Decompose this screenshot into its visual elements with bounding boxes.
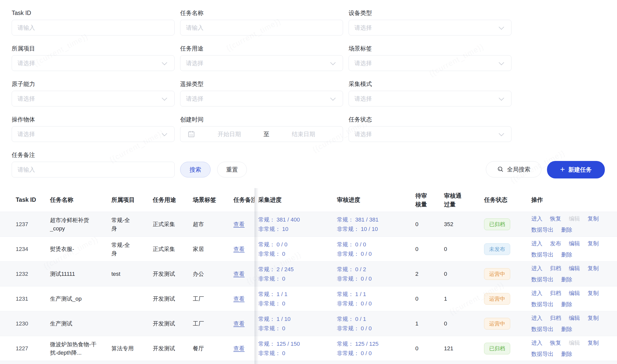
task-name-input[interactable] bbox=[180, 20, 343, 35]
teleop-select[interactable]: 请选择 bbox=[180, 91, 343, 106]
cell-pending-count: 0 bbox=[412, 212, 440, 236]
cell-project: 常规-全身 bbox=[111, 212, 153, 236]
global-search-button[interactable]: 全局搜索 bbox=[486, 161, 541, 177]
view-note-link[interactable]: 查看 bbox=[233, 270, 254, 278]
cell-scene: 超市 bbox=[193, 212, 233, 236]
col-header-passed: 审核通过量 bbox=[440, 188, 476, 212]
action-delete[interactable]: 删除 bbox=[561, 301, 572, 308]
cell-passed-count: 352 bbox=[440, 212, 476, 236]
col-header-collect: 采集进度 bbox=[254, 188, 333, 212]
cell-purpose: 开发测试 bbox=[153, 286, 193, 311]
action-delete[interactable]: 删除 bbox=[561, 251, 572, 259]
action-export[interactable]: 数据导出 bbox=[531, 226, 554, 234]
action-export[interactable]: 数据导出 bbox=[531, 301, 554, 308]
action-copy[interactable]: 复制 bbox=[588, 339, 599, 347]
filter-row-1: Task ID 任务名称 设备类型 请选择 bbox=[12, 10, 605, 35]
filter-label: 任务备注 bbox=[12, 152, 175, 158]
action-copy[interactable]: 复制 bbox=[588, 289, 599, 297]
action-edit[interactable]: 编辑 bbox=[569, 314, 580, 322]
view-note-link[interactable]: 查看 bbox=[233, 221, 254, 228]
action-edit[interactable]: 编辑 bbox=[569, 240, 580, 247]
cell-task-id: 1237 bbox=[16, 212, 50, 236]
project-select[interactable]: 请选择 bbox=[12, 55, 175, 71]
task-status-select[interactable]: 请选择 bbox=[349, 126, 511, 142]
table-header-row: Task ID 任务名称 所属项目 任务用途 场景标签 任务备注 采集进度 审核… bbox=[0, 188, 617, 212]
action-delete[interactable]: 删除 bbox=[561, 350, 572, 358]
cell-scene: 工厂 bbox=[193, 286, 233, 311]
action-delete[interactable]: 删除 bbox=[561, 276, 572, 283]
action-copy[interactable]: 复制 bbox=[588, 240, 599, 247]
task-management-page: {{current_time}}{{current_time}}{{curren… bbox=[0, 0, 617, 364]
cell-collect-progress: 常规： 381 / 400非常规： 10 bbox=[254, 212, 333, 236]
object-select[interactable]: 请选择 bbox=[12, 126, 175, 142]
table-row-partial bbox=[0, 361, 617, 364]
collect-mode-select[interactable]: 请选择 bbox=[349, 91, 511, 106]
status-badge: 已归档 bbox=[484, 219, 510, 230]
search-button[interactable]: 搜索 bbox=[180, 162, 211, 177]
filter-row-2: 所属项目 请选择 任务用途 请选择 场景标签 请选择 bbox=[12, 45, 605, 71]
action-enter[interactable]: 进入 bbox=[531, 265, 542, 272]
action-enter[interactable]: 进入 bbox=[531, 314, 542, 322]
cell-name: 微波炉加热食物-干扰-depth降... bbox=[50, 336, 111, 361]
cell-collect-progress: 常规： 1 / 10非常规： 0 bbox=[254, 311, 333, 336]
action-edit[interactable]: 编辑 bbox=[569, 215, 580, 223]
action-publish[interactable]: 发布 bbox=[550, 240, 561, 247]
date-range-picker[interactable]: 开始日期 至 结束日期 bbox=[180, 126, 343, 142]
scene-tag-select[interactable]: 请选择 bbox=[349, 55, 511, 71]
action-edit[interactable]: 编辑 bbox=[569, 265, 580, 272]
action-export[interactable]: 数据导出 bbox=[531, 325, 554, 333]
cell-actions: 进入 归档 编辑 复制 数据导出 删除 bbox=[527, 311, 613, 336]
cell-status: 运营中 bbox=[476, 311, 527, 336]
view-note-link[interactable]: 查看 bbox=[233, 295, 254, 303]
view-note-link[interactable]: 查看 bbox=[233, 345, 254, 352]
filter-label: 任务名称 bbox=[180, 10, 343, 16]
view-note-link[interactable]: 查看 bbox=[233, 320, 254, 327]
start-date-placeholder[interactable]: 开始日期 bbox=[195, 130, 264, 138]
cell-passed-count: 1 bbox=[440, 286, 476, 311]
action-export[interactable]: 数据导出 bbox=[531, 276, 554, 283]
filter-device-type: 设备类型 请选择 bbox=[349, 10, 511, 35]
action-export[interactable]: 数据导出 bbox=[531, 350, 554, 358]
filter-scene-tag: 场景标签 请选择 bbox=[349, 45, 511, 71]
filter-label: 设备类型 bbox=[349, 10, 511, 16]
action-restore[interactable]: 恢复 bbox=[550, 215, 561, 223]
action-enter[interactable]: 进入 bbox=[531, 339, 542, 347]
action-edit[interactable]: 编辑 bbox=[569, 289, 580, 297]
purpose-select[interactable]: 请选择 bbox=[180, 55, 343, 71]
action-enter[interactable]: 进入 bbox=[531, 289, 542, 297]
fixed-column-shadow bbox=[254, 188, 259, 364]
action-enter[interactable]: 进入 bbox=[531, 215, 542, 223]
device-type-select[interactable]: 请选择 bbox=[349, 20, 511, 35]
cell-status: 已归档 bbox=[476, 336, 527, 361]
action-archive[interactable]: 归档 bbox=[550, 265, 561, 272]
filter-label: 场景标签 bbox=[349, 45, 511, 52]
create-task-button[interactable]: + 新建任务 bbox=[547, 161, 605, 178]
task-id-input[interactable] bbox=[12, 20, 175, 35]
action-edit[interactable]: 编辑 bbox=[569, 339, 580, 347]
view-note-link[interactable]: 查看 bbox=[233, 245, 254, 253]
action-archive[interactable]: 归档 bbox=[550, 314, 561, 322]
action-export[interactable]: 数据导出 bbox=[531, 251, 554, 259]
task-note-input[interactable] bbox=[12, 162, 175, 177]
col-header-ops: 操作 bbox=[527, 188, 613, 212]
end-date-placeholder[interactable]: 结束日期 bbox=[269, 130, 338, 138]
action-archive[interactable]: 归档 bbox=[550, 289, 561, 297]
col-header-purpose: 任务用途 bbox=[153, 188, 193, 212]
action-restore[interactable]: 恢复 bbox=[550, 339, 561, 347]
task-table: Task ID 任务名称 所属项目 任务用途 场景标签 任务备注 采集进度 审核… bbox=[0, 188, 617, 364]
atomic-select[interactable]: 请选择 bbox=[12, 91, 175, 106]
action-copy[interactable]: 复制 bbox=[588, 314, 599, 322]
action-delete[interactable]: 删除 bbox=[561, 226, 572, 234]
reset-button[interactable]: 重置 bbox=[217, 162, 247, 177]
action-copy[interactable]: 复制 bbox=[588, 265, 599, 272]
cell-note: 查看 bbox=[233, 262, 254, 286]
cell-actions: 进入 发布 编辑 复制 数据导出 删除 bbox=[527, 237, 613, 261]
cell-collect-progress: 常规： 2 / 245非常规： 0 bbox=[254, 262, 333, 286]
cell-name: 生产测试 bbox=[50, 311, 111, 336]
action-delete[interactable]: 删除 bbox=[561, 325, 572, 333]
cell-review-progress: 常规： 381 / 381非常规： 10 / 10 bbox=[333, 212, 412, 236]
action-copy[interactable]: 复制 bbox=[588, 215, 599, 223]
cell-task-id: 1231 bbox=[16, 286, 50, 311]
action-enter[interactable]: 进入 bbox=[531, 240, 542, 247]
status-badge: 已归档 bbox=[484, 343, 510, 354]
